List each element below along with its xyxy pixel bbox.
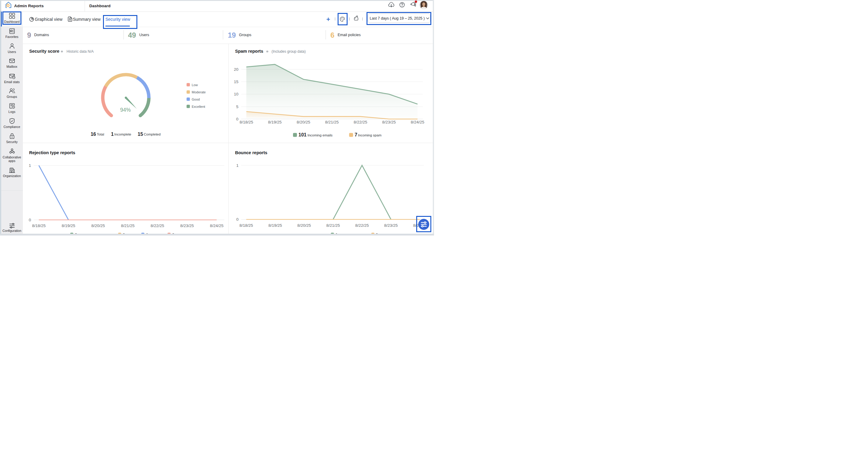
svg-text:8/23/25: 8/23/25 [180, 224, 194, 228]
svg-text:20: 20 [234, 67, 238, 72]
svg-text:8/21/25: 8/21/25 [121, 224, 134, 228]
svg-text:0: 0 [236, 117, 239, 121]
svg-text:8/22/25: 8/22/25 [353, 120, 367, 124]
svg-text:8/20/25: 8/20/25 [297, 120, 310, 124]
svg-text:10: 10 [234, 92, 238, 96]
svg-text:0: 0 [29, 218, 31, 222]
svg-text:Excellent: Excellent [191, 105, 205, 108]
svg-text:94%: 94% [120, 107, 130, 113]
svg-text:8/23/25: 8/23/25 [382, 120, 396, 124]
svg-text:5: 5 [236, 104, 239, 109]
svg-text:8/19/25: 8/19/25 [268, 120, 282, 124]
svg-text:8/18/25: 8/18/25 [240, 223, 253, 228]
svg-text:8/18/25: 8/18/25 [240, 120, 253, 124]
svg-text:8/20/25: 8/20/25 [297, 223, 311, 228]
svg-text:8/23/25: 8/23/25 [384, 223, 398, 228]
svg-text:8/24/25: 8/24/25 [210, 224, 223, 228]
svg-text:7: 7 [355, 132, 358, 137]
svg-text:Incoming spam: Incoming spam [358, 133, 381, 137]
svg-text:0: 0 [236, 217, 239, 222]
svg-text:101: 101 [299, 132, 307, 137]
svg-text:8/24/25: 8/24/25 [411, 120, 424, 124]
svg-text:Incoming emails: Incoming emails [308, 133, 333, 137]
svg-text:8/19/25: 8/19/25 [268, 223, 282, 228]
svg-text:8/19/25: 8/19/25 [61, 224, 75, 228]
svg-text:15: 15 [234, 80, 238, 84]
svg-text:1: 1 [29, 163, 31, 168]
svg-text:8/22/25: 8/22/25 [151, 224, 164, 228]
svg-text:Low: Low [191, 83, 197, 87]
svg-text:Moderate: Moderate [191, 90, 206, 94]
svg-text:1: 1 [236, 163, 239, 168]
svg-text:8/21/25: 8/21/25 [326, 223, 340, 228]
svg-text:8/22/25: 8/22/25 [355, 223, 369, 228]
svg-text:Good: Good [191, 98, 200, 101]
svg-text:8/20/25: 8/20/25 [91, 224, 105, 228]
svg-text:8/18/25: 8/18/25 [32, 224, 45, 228]
svg-text:8/21/25: 8/21/25 [325, 120, 339, 124]
